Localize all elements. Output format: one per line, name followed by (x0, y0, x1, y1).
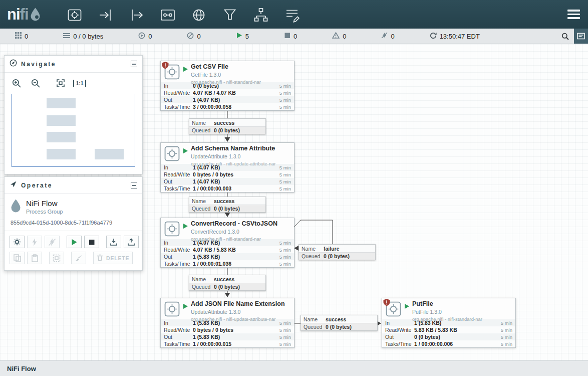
transmitting-counter: 0 (138, 32, 152, 41)
processor-type: UpdateAttribute 1.3.0 (191, 153, 276, 159)
stat-value: 1 (5.83 KB) (193, 334, 279, 340)
minimap-node (95, 149, 124, 159)
stat-value: 1 (5.83 KB) (414, 320, 501, 326)
running-play-icon (236, 32, 242, 40)
stat-label: Out (164, 178, 193, 184)
stat-row-readwrite: Read/Write5.83 KB / 5.83 KB5 min (382, 326, 515, 333)
stat-label: In (164, 240, 193, 246)
navigate-icon (10, 59, 17, 69)
stat-value: 1 (4.07 KB) (193, 178, 279, 184)
zoom-actual-button[interactable]: 1:1 (74, 78, 86, 89)
stop-square-icon[interactable] (84, 236, 99, 248)
stat-row-readwrite: Read/Write4.07 KB / 5.83 KB5 min (161, 246, 294, 253)
stat-label: Tasks/Time (164, 261, 193, 267)
paste-icon[interactable] (27, 252, 42, 264)
connection-queued-value: 0 (0 bytes) (324, 253, 350, 259)
processor-node[interactable]: Add Schema Name Attribute UpdateAttribut… (160, 142, 295, 193)
birdseye-minimap[interactable] (12, 94, 135, 167)
connection-queued-key: Queued (192, 284, 214, 290)
disable-lightning-icon[interactable] (45, 236, 60, 248)
selected-component: NiFi Flow Process Group (5, 194, 142, 216)
minimap-node (47, 132, 76, 142)
stat-window: 5 min (501, 320, 512, 326)
zoom-fit-button[interactable] (55, 78, 67, 89)
running-status-icon (404, 302, 410, 311)
connection-label[interactable]: Namefailure Queued0 (0 bytes) (299, 244, 376, 260)
enable-lightning-icon[interactable] (27, 236, 42, 248)
fill-color-brush-icon[interactable] (71, 252, 86, 264)
stat-label: Tasks/Time (164, 341, 193, 347)
connection-label[interactable]: Namesuccess Queued0 (0 bytes) (189, 275, 266, 291)
output-port-icon[interactable] (128, 6, 146, 24)
stat-window: 5 min (279, 247, 291, 253)
stat-value: 1 / 00:00:00.006 (414, 341, 501, 347)
group-icon[interactable] (49, 252, 64, 264)
delete-button[interactable]: DELETE (93, 252, 133, 264)
processor-node[interactable]: Add JSON File Name Extension UpdateAttri… (160, 298, 295, 348)
settings-gear-icon[interactable] (10, 236, 25, 248)
stat-label: Read/Write (164, 247, 193, 253)
connection-queued-key: Queued (302, 253, 324, 259)
stat-label: Tasks/Time (164, 185, 193, 192)
zoom-in-button[interactable] (11, 78, 23, 89)
connection-name-key: Name (302, 246, 324, 252)
last-refresh-time: 13:50:47 EDT (440, 33, 480, 40)
collapse-icon[interactable] (131, 61, 137, 67)
stat-value: 5.83 KB / 5.83 KB (414, 327, 501, 333)
trash-icon (97, 254, 103, 262)
stat-window: 5 min (279, 320, 291, 326)
connection-label[interactable]: Namesuccess Queued0 (0 bytes) (189, 197, 266, 213)
connection-queued-key: Queued (304, 324, 326, 330)
minimap-node (47, 98, 76, 108)
stat-window: 5 min (279, 240, 291, 246)
copy-icon[interactable] (10, 252, 25, 264)
refresh-icon[interactable] (430, 32, 437, 41)
processor-node[interactable]: PutFile PutFile 1.3.0 org.apache.nifi - … (382, 298, 516, 348)
stat-label: In (164, 320, 193, 326)
component-toolbar (66, 6, 301, 24)
stopped-square-icon (284, 32, 290, 40)
start-play-icon[interactable] (67, 236, 82, 248)
processor-type: GetFile 1.3.0 (191, 72, 261, 78)
stat-label: Read/Write (164, 327, 193, 333)
stat-row-out: Out1 (5.83 KB)5 min (161, 253, 294, 260)
navigate-panel: Navigate 1:1 (4, 55, 143, 174)
processor-icon[interactable] (66, 6, 84, 24)
breadcrumb-root[interactable]: NiFi Flow (7, 365, 36, 372)
processor-node[interactable]: Get CSV File GetFile 1.3.0 org.apache.ni… (160, 61, 295, 111)
connection-name-value: failure (324, 246, 340, 252)
processor-stats: In1 (4.07 KB)5 min Read/Write0 bytes / 0… (161, 164, 294, 192)
connection-label[interactable]: Namesuccess Queued0 (0 bytes) (189, 118, 266, 134)
input-port-icon[interactable] (97, 6, 115, 24)
upload-template-icon[interactable] (124, 236, 139, 248)
process-group-icon[interactable] (159, 6, 177, 24)
label-icon[interactable] (283, 6, 301, 24)
zoom-out-button[interactable] (30, 78, 42, 89)
not-transmitting-icon (187, 32, 194, 41)
stat-value: 4.07 KB / 4.07 KB (193, 90, 279, 96)
processor-node[interactable]: ConvertRecord - CSVtoJSON ConvertRecord … (160, 218, 295, 268)
connection-queued-key: Queued (192, 127, 214, 133)
process-group-drop-icon (11, 199, 21, 215)
refresh-status: 13:50:47 EDT (430, 32, 480, 41)
processor-stats: In1 (5.83 KB)5 min Read/Write5.83 KB / 5… (382, 319, 515, 347)
stat-row-tasks: Tasks/Time1 / 00:00:00.0065 min (382, 340, 515, 347)
operate-toolbar-row1 (5, 231, 142, 248)
stat-value: 1 (4.07 KB) (193, 240, 279, 246)
global-menu-icon[interactable] (567, 10, 580, 19)
stat-row-in: In1 (4.07 KB)5 min (161, 239, 294, 246)
funnel-icon[interactable] (221, 6, 239, 24)
collapse-icon[interactable] (131, 182, 137, 189)
bulletin-board-icon[interactable] (574, 29, 588, 44)
status-bar: 0 0 / 0 bytes 0 0 5 0 0 (0, 29, 588, 44)
connection-label[interactable]: Namesuccess Queued0 (0 bytes) (301, 315, 378, 331)
stat-window: 5 min (279, 172, 291, 177)
template-icon[interactable] (252, 6, 270, 24)
running-status-icon (183, 222, 188, 231)
search-icon[interactable] (556, 29, 574, 44)
stat-window: 5 min (279, 179, 291, 184)
create-template-icon[interactable] (106, 236, 121, 248)
processor-gear-icon (164, 64, 180, 80)
stat-label: Out (385, 334, 414, 340)
remote-process-group-icon[interactable] (190, 6, 208, 24)
